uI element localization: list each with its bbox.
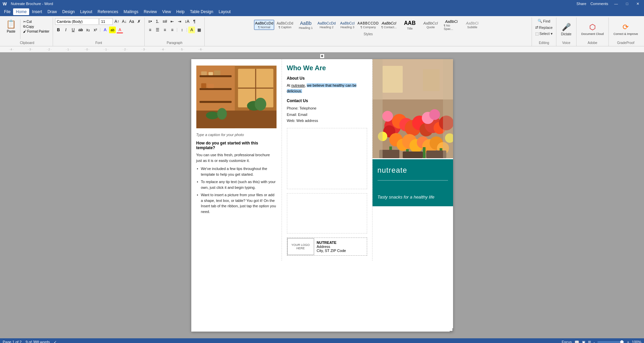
numbering-button[interactable]: 1. [154,18,161,25]
close-button[interactable]: ✕ [634,2,641,6]
resize-handle[interactable] [450,328,453,332]
subscript-button[interactable]: x₂ [85,27,91,33]
align-center-button[interactable]: ☰ [154,27,161,33]
logo-text: YOUR LOGO HERE [290,243,311,250]
share-button[interactable]: Share [577,2,586,6]
style-heading3[interactable]: AaBbCcI Heading 3 [337,20,357,30]
menu-layout2[interactable]: Layout [216,8,233,15]
decrease-font-button[interactable]: A↓ [121,18,128,25]
title-bar-right: Share Comments — □ ✕ [577,2,641,6]
bold-button[interactable]: B [55,27,62,33]
menu-design[interactable]: Design [59,8,77,15]
replace-button[interactable]: ⇄ Replace [534,25,554,30]
document-area[interactable]: ✥ [0,52,644,338]
increase-font-button[interactable]: A↑ [113,18,120,25]
menu-home[interactable]: Home [13,8,29,15]
align-left-button[interactable]: ≡ [147,27,153,33]
style-title[interactable]: AAB Title [400,19,420,31]
sort-button[interactable]: ↕A [184,18,190,25]
read-layout-icon[interactable]: 📖 [575,340,579,343]
show-marks-button[interactable]: ¶ [191,18,198,25]
decrease-indent-button[interactable]: ⇤ [169,18,176,25]
maximize-button[interactable]: □ [624,2,630,6]
font-name-input[interactable] [55,18,99,25]
format-painter-button[interactable]: 🖌 Format Painter [22,29,51,34]
underline-button[interactable]: U [70,27,77,33]
highlight-button[interactable]: ab [109,27,116,33]
menu-review[interactable]: Review [141,8,159,15]
paste-button[interactable]: 📋 Paste [3,18,19,35]
bullets-button[interactable]: ≡• [147,18,153,25]
bullet-item-3: Want to insert a picture from your files… [196,192,277,214]
superscript-button[interactable]: x² [92,27,99,33]
zoom-level: 100% [632,340,641,343]
shading-button[interactable]: A [188,27,195,33]
paste-label: Paste [7,30,15,33]
print-layout-icon[interactable]: ▣ [582,340,585,343]
select-button[interactable]: ⬚ Select ▾ [534,31,554,37]
menu-layout[interactable]: Layout [78,8,95,15]
format-painter-label: Format Painter [27,30,49,33]
menu-table-design[interactable]: Table Design [187,8,216,15]
menu-draw[interactable]: Draw [45,8,59,15]
style-normal[interactable]: AaBbCcDd ¶ Normal [254,20,274,30]
company-name: NUTREATE [317,241,346,245]
style-company[interactable]: AABBCCDD ¶ Company [358,20,378,30]
align-right-button[interactable]: ≡ [161,27,168,33]
style-heading3-preview: AaBbCcI [340,21,354,26]
menu-file[interactable]: File [1,8,13,15]
style-subtitle[interactable]: AaBbCi ¶ No Spac... [441,18,461,32]
zoom-out-button[interactable]: - [594,340,595,343]
style-caption[interactable]: AaBbCcDd ¶ Caption [275,20,295,30]
style-nospace[interactable]: AaBbCi Subtitle [462,20,482,30]
zoom-in-button[interactable]: + [627,340,629,343]
focus-button[interactable]: Focus [562,340,572,343]
font-color-button[interactable]: A [116,27,123,33]
find-button[interactable]: 🔍 Find [536,18,551,24]
comments-button[interactable]: Comments [590,2,608,6]
menu-view[interactable]: View [160,8,174,15]
text-effects-button[interactable]: A [102,27,108,33]
increase-indent-button[interactable]: ⇥ [176,18,183,25]
minimize-button[interactable]: — [612,2,620,6]
menu-mailings[interactable]: Mailings [121,8,141,15]
style-contact[interactable]: AaBbCcI ¶ Contact... [379,20,399,30]
change-case-button[interactable]: Aa [128,18,135,25]
copy-button[interactable]: ⧉ Copy [22,24,51,29]
web-layout-icon[interactable]: ⊞ [588,340,591,343]
styles-container: AaBbCcDd ¶ Normal AaBbCcDd ¶ Caption AaB… [254,18,482,32]
style-quote[interactable]: AaBbCcI Quote [420,20,441,30]
menu-insert[interactable]: Insert [29,8,45,15]
title-bar-left: W Nutreate Brochure - Word [3,1,53,6]
document-cloud-label: Document Cloud [581,32,604,36]
menu-help[interactable]: Help [174,8,187,15]
bullet-item-1: We've included a few tips throughout the… [196,166,277,177]
status-bar: Page 1 of 2 9 of 388 words ✓ Focus 📖 ▣ ⊞… [0,338,644,343]
find-label: Find [543,19,550,23]
strikethrough-button[interactable]: ab [77,27,84,33]
menu-references[interactable]: References [95,8,121,15]
style-nospace-label: Subtitle [467,26,477,29]
line-spacing-button[interactable]: ↕ [179,27,185,33]
font-size-input[interactable] [99,18,113,25]
style-heading2[interactable]: AaBbCcDd Heading 2 [316,20,337,30]
cut-button[interactable]: ✂ Cut [22,19,51,24]
style-caption-label: ¶ Caption [279,26,291,29]
dictate-button[interactable]: 🎤 Dictate [558,19,574,39]
style-heading1[interactable]: AaBb Heading 1 [296,19,316,31]
clear-format-button[interactable]: ✗ [136,18,142,25]
cut-label: Cut [27,20,32,24]
document-cloud-button[interactable]: ⬡ Document Cloud [579,19,606,39]
correct-improve-button[interactable]: ⟳ Correct & Improve [611,19,641,39]
style-contact-preview: AaBbCcI [382,21,396,26]
italic-button[interactable]: I [62,27,69,33]
table-move-handle[interactable]: ✥ [320,54,325,58]
borders-button[interactable]: ▦ [196,27,202,33]
justify-button[interactable]: ≡ [169,27,176,33]
logo-bar: YOUR LOGO HERE NUTREATE Address City, ST… [287,238,367,256]
ribbon: 📋 Paste ✂ Cut ⧉ Copy 🖌 Format Painter C [0,16,644,46]
logo-placeholder: YOUR LOGO HERE [287,238,314,255]
zoom-slider[interactable] [597,341,624,343]
multilevel-button[interactable]: ≡# [161,18,168,25]
replace-label: Replace [539,26,552,30]
